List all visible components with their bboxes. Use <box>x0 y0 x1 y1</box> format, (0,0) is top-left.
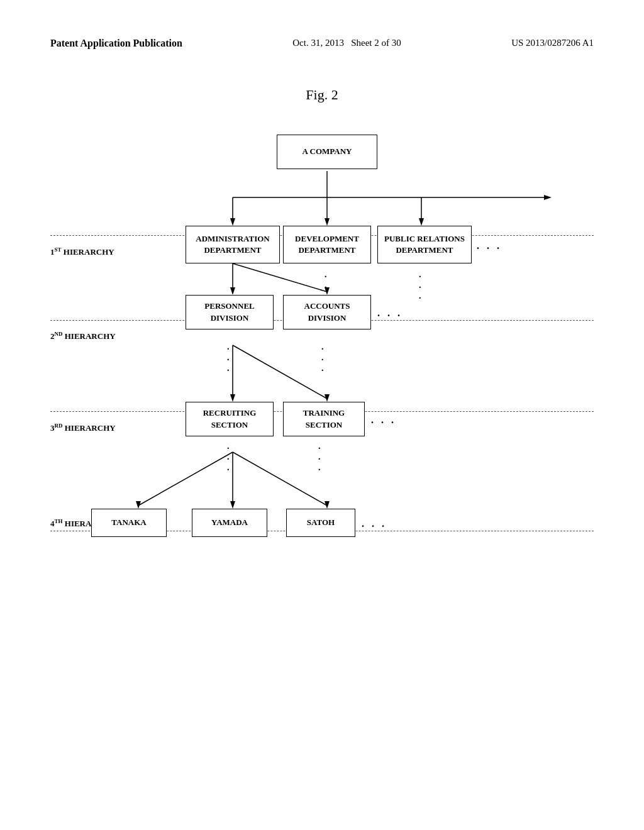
svg-marker-16 <box>230 394 235 402</box>
fig-title: Fig. 2 <box>50 87 594 103</box>
hierarchy-label-2: 2ND HIERARCHY <box>50 331 116 341</box>
dots-under-accounts: ... <box>321 342 324 374</box>
training-box: TRAININGSECTION <box>283 402 365 436</box>
personnel-box: PERSONNELDIVISION <box>186 295 274 329</box>
svg-marker-9 <box>544 195 552 200</box>
svg-marker-22 <box>230 501 235 509</box>
public-relations-box: PUBLIC RELATIONSDEPARTMENT <box>377 226 472 263</box>
hierarchy-label-3: 3RD HIERARCHY <box>50 423 116 433</box>
dots-under-recruiting: ... <box>227 441 230 473</box>
header-title: Patent Application Publication <box>50 38 182 49</box>
dots-after-divisions: . . . <box>377 307 402 319</box>
svg-line-15 <box>233 345 327 399</box>
satoh-box: SATOH <box>286 509 355 537</box>
header-right: US 2013/0287206 A1 <box>511 38 594 48</box>
svg-marker-7 <box>419 218 424 226</box>
tanaka-box: TANAKA <box>91 509 167 537</box>
dots-under-training: ... <box>318 441 321 473</box>
svg-line-20 <box>233 452 327 506</box>
dots-under-personnel: ... <box>227 342 230 374</box>
dots-under-pubrel: ... <box>419 270 421 301</box>
dots-after-sections: . . . <box>371 414 396 426</box>
diagram-area: A COMPANY 1ST HIERARCHY ADMINISTRATIONDE… <box>50 128 594 694</box>
dots-after-people: . . . <box>362 518 387 529</box>
company-box: A COMPANY <box>277 135 377 169</box>
accounts-box: ACCOUNTSDIVISION <box>283 295 371 329</box>
header: Patent Application Publication Oct. 31, … <box>50 38 594 49</box>
admin-box: ADMINISTRATIONDEPARTMENT <box>186 226 280 263</box>
svg-line-18 <box>138 452 233 506</box>
development-box: DEVELOPMENTDEPARTMENT <box>283 226 371 263</box>
svg-marker-3 <box>230 218 235 226</box>
dots-after-departments: . . . <box>477 240 502 252</box>
header-center: Oct. 31, 2013 Sheet 2 of 30 <box>292 38 401 48</box>
recruiting-box: RECRUITINGSECTION <box>186 402 274 436</box>
page: Patent Application Publication Oct. 31, … <box>0 0 644 830</box>
svg-marker-5 <box>325 218 330 226</box>
hierarchy-label-1: 1ST HIERARCHY <box>50 246 114 257</box>
svg-line-11 <box>233 263 327 292</box>
yamada-box: YAMADA <box>192 509 267 537</box>
svg-marker-12 <box>230 287 235 295</box>
